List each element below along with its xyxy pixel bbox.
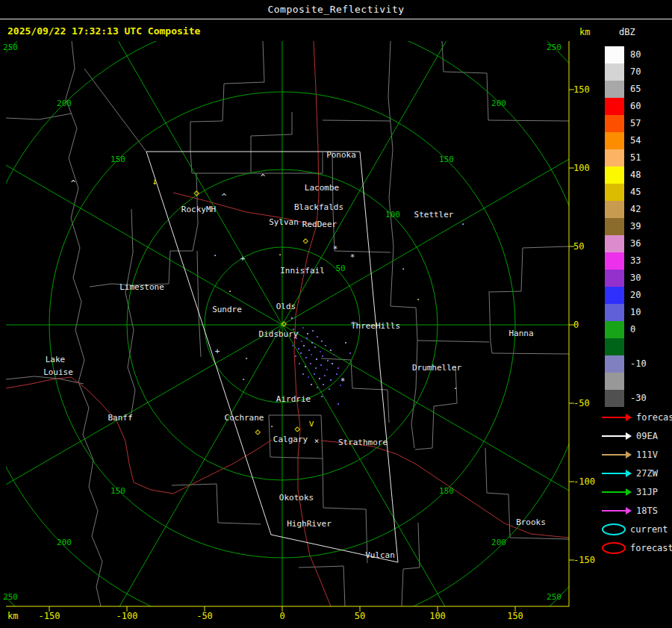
- reflectivity-echo-dot: [314, 346, 316, 348]
- colorbar-swatch: [605, 46, 624, 63]
- colorbar-swatch: [605, 338, 624, 355]
- reflectivity-echo-dot: [311, 384, 312, 385]
- colorbar-swatch: [605, 321, 624, 338]
- right-axis-km-label: -150: [573, 555, 595, 565]
- city-label: Lacombe: [305, 183, 339, 193]
- town-point-marker: ·: [416, 296, 421, 304]
- range-ring-label: 150: [111, 155, 125, 164]
- right-axis-km-label: 0: [573, 320, 579, 330]
- town-point-marker: ·: [244, 355, 249, 363]
- reflectivity-echo-dot: [307, 333, 308, 335]
- colorbar-value: 65: [630, 81, 641, 98]
- legend-symbol-icon: [602, 510, 626, 512]
- city-label: Strathmore: [338, 438, 388, 447]
- city-label: Sylvan: [269, 217, 299, 227]
- reflectivity-echo-dot: [291, 317, 293, 319]
- colorbar-value: 30: [630, 270, 641, 287]
- colorbar-swatch: [605, 304, 624, 321]
- reflectivity-echo-dot: [332, 363, 333, 364]
- legend-label: forecast: [636, 412, 672, 423]
- legend-label: current: [630, 524, 668, 535]
- city-label: Ponoka: [326, 150, 356, 160]
- range-ring-label: 200: [57, 538, 72, 547]
- colorbar-value: 80: [630, 46, 641, 63]
- city-label: Innisfail: [280, 266, 325, 276]
- map-overlays: Ponoka Lacombe Blackfalds Sylvan RedDeer…: [0, 0, 672, 628]
- storm-track-legend: forecast 09EA 111V 27ZW 31JP: [602, 408, 672, 557]
- legend-row: 31JP: [602, 482, 672, 501]
- town-point-marker: *: [333, 245, 338, 253]
- range-ring-label: 250: [3, 43, 18, 52]
- radar-site-marker: v: [308, 419, 314, 428]
- reflectivity-echo-dot: [300, 352, 302, 354]
- range-ring-label: 250: [547, 592, 561, 602]
- legend-symbol-icon: [602, 491, 626, 493]
- right-axis-km-label: 100: [573, 163, 590, 173]
- colorbar-entry: 48: [605, 167, 647, 184]
- colorbar-swatch: [605, 218, 624, 235]
- colorbar-entry: 65: [605, 81, 647, 98]
- city-label: HighRiver: [287, 519, 332, 529]
- reflectivity-echo-dot: [321, 396, 323, 397]
- reflectivity-echo-dot: [311, 354, 312, 355]
- reflectivity-echo-dot: [316, 358, 317, 360]
- legend-label: 18TS: [636, 506, 658, 516]
- colorbar-entry: -30: [605, 390, 647, 407]
- bottom-axis-km-label: 150: [507, 611, 523, 621]
- reflectivity-echo-dot: [320, 364, 322, 366]
- bottom-axis-km-label: 50: [355, 611, 365, 621]
- reflectivity-echo-dot: [336, 373, 337, 375]
- colorbar-value: 39: [630, 218, 641, 235]
- reflectivity-echo-dot: [311, 342, 313, 343]
- legend-row: current: [602, 520, 672, 538]
- colorbar-swatch: [605, 235, 624, 252]
- colorbar-entry: 10: [605, 304, 647, 321]
- legend-label: forecast: [630, 543, 672, 553]
- city-label: ThreeHills: [351, 321, 400, 331]
- legend-row: forecast: [602, 408, 672, 426]
- legend-label: 31JP: [636, 487, 658, 497]
- town-point-marker: ^: [222, 193, 227, 201]
- colorbar-swatch: [605, 81, 624, 98]
- reflectivity-echo-dot: [301, 341, 302, 342]
- town-point-marker: ·: [461, 220, 466, 228]
- right-axis-unit-label: km: [579, 27, 590, 37]
- legend-row: 09EA: [602, 426, 672, 445]
- town-point-marker: ·: [401, 265, 406, 273]
- colorbar-swatch: [605, 63, 624, 81]
- city-label: Lake: [46, 355, 66, 364]
- colorbar-entry: [605, 373, 647, 390]
- reflectivity-echo-dot: [337, 367, 339, 369]
- colorbar-value: 60: [630, 98, 641, 115]
- reflectivity-echo-dot: [302, 327, 304, 329]
- town-point-marker: ·: [270, 423, 275, 431]
- colorbar-entry: 60: [605, 98, 647, 115]
- range-ring-label: 250: [3, 592, 18, 602]
- city-label: Calgary: [273, 435, 308, 444]
- range-ring-label: 150: [439, 155, 454, 164]
- city-label: Limestone: [119, 282, 164, 292]
- colorbar-swatch: [605, 355, 624, 373]
- window-title: Composite_Reflectivity: [267, 4, 404, 15]
- town-point-marker: ·: [241, 376, 246, 384]
- reflectivity-echo-dot: [333, 354, 335, 355]
- town-point-marker: *: [350, 253, 355, 261]
- town-point-marker: ·: [213, 252, 218, 260]
- colorbar-swatch: [605, 167, 624, 184]
- bottom-axis-km-label: 0: [279, 611, 284, 621]
- city-label: Cochrane: [225, 413, 264, 423]
- city-label: Louise: [43, 367, 73, 377]
- range-ring-label: 150: [439, 486, 454, 496]
- colorbar-value: 70: [630, 63, 641, 81]
- legend-row: forecast: [602, 538, 672, 557]
- radar-site-marker: ◇: [255, 427, 260, 436]
- reflectivity-echo-dot: [305, 366, 306, 367]
- colorbar-entry: [605, 338, 647, 355]
- colorbar-entry: 20: [605, 287, 647, 304]
- legend-symbol-icon: [602, 542, 626, 554]
- colorbar-swatch: [605, 184, 624, 201]
- reflectivity-echo-dot: [324, 375, 326, 376]
- colorbar-value: 33: [630, 252, 641, 270]
- legend-label: 27ZW: [636, 468, 658, 479]
- legend-label: 09EA: [636, 431, 658, 441]
